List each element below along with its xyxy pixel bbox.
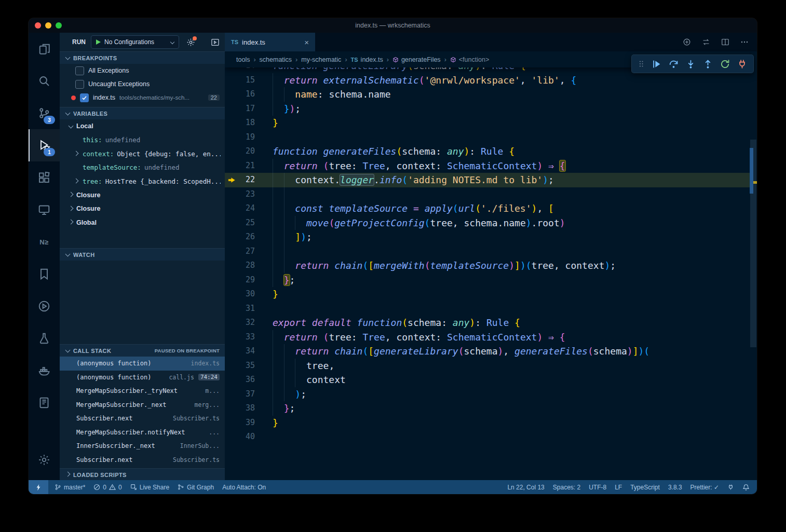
breakpoints-section-header[interactable]: BREAKPOINTS	[60, 51, 225, 64]
indent-setting[interactable]: Spaces: 2	[553, 484, 580, 491]
debug-settings-button[interactable]	[186, 38, 195, 47]
titlebar[interactable]: index.ts — wrkschematics	[29, 18, 757, 33]
sidebar-item-nx-console[interactable]: N≥	[29, 226, 60, 258]
scrollbar-thumb[interactable]	[750, 140, 756, 347]
gutter-cell[interactable]: 23	[225, 187, 255, 202]
code-line[interactable]: 38};	[225, 401, 750, 416]
encoding-setting[interactable]: UTF-8	[589, 484, 606, 491]
gutter-cell[interactable]: 26	[225, 230, 255, 244]
call-stack-row[interactable]: (anonymous function)index.ts	[60, 357, 225, 371]
code-line[interactable]: 19	[225, 130, 750, 145]
ts-version[interactable]: 3.8.3	[668, 484, 682, 491]
code-line[interactable]: 21return (tree: Tree, context: Schematic…	[225, 159, 750, 173]
code-line[interactable]: 15return externalSchematic('@nrwl/worksp…	[225, 73, 750, 88]
code-line[interactable]: 24const templateSource = apply(url('./fi…	[225, 201, 750, 216]
code-line[interactable]: 27	[225, 244, 750, 259]
gutter-cell[interactable]: 28	[225, 258, 255, 273]
breadcrumb-item[interactable]: tools	[236, 56, 250, 63]
git-graph-button[interactable]: Git Graph	[178, 484, 214, 491]
gutter-cell[interactable]: 29	[225, 273, 255, 288]
gutter-cell[interactable]: 16	[225, 87, 255, 102]
gutter-cell[interactable]: 19	[225, 130, 255, 145]
compare-icon[interactable]	[702, 38, 710, 46]
restart-icon[interactable]	[720, 59, 730, 69]
remote-indicator[interactable]	[29, 480, 48, 494]
sidebar-item-search[interactable]	[29, 65, 60, 97]
start-debug-icon[interactable]	[96, 39, 101, 45]
sidebar-item-source-control[interactable]: 3	[29, 97, 60, 129]
gutter-cell[interactable]: 38	[225, 401, 255, 416]
disconnect-icon[interactable]	[737, 59, 747, 69]
debug-config-dropdown[interactable]: No Configurations	[91, 35, 179, 49]
breakpoint-checkbox[interactable]	[75, 66, 84, 75]
step-over-icon[interactable]	[669, 59, 679, 69]
gutter-cell[interactable]: 17	[225, 102, 255, 116]
watch-section-header[interactable]: WATCH	[60, 248, 225, 261]
variable-row[interactable]: this:undefined	[60, 133, 225, 147]
breadcrumb-item[interactable]: generateFiles	[392, 56, 441, 63]
gutter-cell[interactable]: 39	[225, 416, 255, 430]
gutter-cell[interactable]: 35	[225, 359, 255, 373]
sidebar-item-docker[interactable]	[29, 354, 60, 387]
call-stack-row[interactable]: MergeMapSubscriber._tryNextm...	[60, 384, 225, 398]
tab-index-ts[interactable]: TS index.ts ×	[225, 33, 315, 51]
breadcrumb-item[interactable]: my-schematic	[301, 56, 341, 63]
prettier-status[interactable]: Prettier: ✓	[690, 484, 719, 491]
close-window-button[interactable]	[35, 22, 41, 29]
breakpoint-row[interactable]: index.tstools/schematics/my-sch...22	[60, 91, 225, 104]
settings-button[interactable]	[29, 444, 60, 476]
call-stack-section-header[interactable]: CALL STACK PAUSED ON BREAKPOINT	[60, 344, 225, 357]
code-line[interactable]: 20function generateFiles(schema: any): R…	[225, 144, 750, 159]
feedback-button[interactable]	[727, 484, 734, 490]
variable-row[interactable]: context:Object {debug: false, en...	[60, 147, 225, 161]
code-line[interactable]: 25move(getProjectConfig(tree, schema.nam…	[225, 216, 750, 230]
breadcrumb-item[interactable]: schematics	[260, 56, 292, 63]
gutter-cell[interactable]: 31	[225, 302, 255, 316]
code-viewport[interactable]: 14function generateLibrary(schema: any):…	[225, 51, 750, 480]
gutter-cell[interactable]: 18	[225, 116, 255, 130]
code-line[interactable]: 18}	[225, 116, 750, 130]
sidebar-item-run-debug[interactable]: 1	[29, 129, 60, 161]
code-line[interactable]: 40	[225, 430, 750, 444]
gutter-cell[interactable]: 30	[225, 287, 255, 302]
code-line[interactable]: 33return (tree: Tree, context: Schematic…	[225, 330, 750, 345]
call-stack-row[interactable]: InnerSubscriber._nextInnerSub...	[60, 439, 225, 453]
step-into-icon[interactable]	[686, 59, 696, 69]
gutter-cell[interactable]: 20	[225, 144, 255, 159]
zoom-window-button[interactable]	[56, 22, 62, 29]
notifications-button[interactable]	[742, 484, 750, 491]
call-stack-row[interactable]: MergeMapSubscriber._nextmerg...	[60, 398, 225, 412]
sidebar-item-notebook[interactable]	[29, 387, 60, 419]
variables-scope-row[interactable]: Global	[60, 216, 225, 230]
variables-scope-row[interactable]: Closure	[60, 188, 225, 202]
breakpoint-checkbox[interactable]	[80, 93, 89, 102]
breakpoint-checkbox[interactable]	[75, 80, 84, 89]
gutter-cell[interactable]: 27	[225, 244, 255, 259]
call-stack-row[interactable]: Subscriber.nextSubscriber.ts	[60, 453, 225, 467]
code-line[interactable]: 28return chain([mergeWith(templateSource…	[225, 258, 750, 273]
gutter-cell[interactable]: 40	[225, 430, 255, 444]
sidebar-item-tests[interactable]	[29, 322, 60, 354]
code-line[interactable]: 17});	[225, 102, 750, 116]
gutter-cell[interactable]: 36	[225, 373, 255, 387]
more-actions-icon[interactable]	[740, 38, 749, 46]
variables-scope-row[interactable]: Closure	[60, 202, 225, 216]
breadcrumb-item[interactable]: TSindex.ts	[351, 56, 383, 63]
editor-scrollbar[interactable]	[750, 51, 757, 480]
code-line[interactable]: 37);	[225, 387, 750, 402]
code-line[interactable]: 35tree,	[225, 359, 750, 373]
git-branch-indicator[interactable]: master*	[55, 484, 85, 491]
gutter-cell[interactable]: 33	[225, 330, 255, 345]
language-mode[interactable]: TypeScript	[630, 484, 660, 491]
code-line[interactable]: 23	[225, 187, 750, 202]
code-line[interactable]: 31	[225, 302, 750, 316]
step-out-icon[interactable]	[703, 59, 713, 69]
gutter-cell[interactable]: 37	[225, 387, 255, 402]
variables-section-header[interactable]: VARIABLES	[60, 107, 225, 119]
gutter-cell[interactable]: 24	[225, 201, 255, 216]
sidebar-item-explorer[interactable]	[29, 33, 60, 65]
auto-attach-indicator[interactable]: Auto Attach: On	[222, 484, 266, 491]
code-line[interactable]: 34return chain([generateLibrary(schema),…	[225, 344, 750, 359]
loaded-scripts-section-header[interactable]: LOADED SCRIPTS	[60, 468, 225, 480]
breakpoint-row[interactable]: Uncaught Exceptions	[60, 77, 225, 91]
